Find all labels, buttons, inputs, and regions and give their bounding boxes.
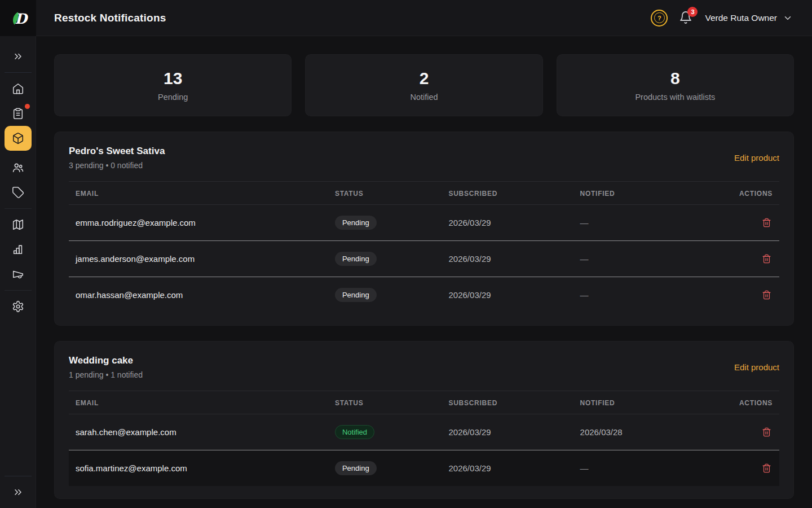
clipboard-icon [12,107,24,120]
email-cell: omar.hassan@example.com [69,277,328,313]
subscribed-cell: 2026/03/29 [442,205,573,241]
product-summary: 3 pending • 0 notified [69,161,165,170]
stat-value: 13 [164,69,182,88]
table-row: emma.rodriguez@example.com Pending 2026/… [69,205,779,241]
delete-button[interactable] [761,426,773,438]
notified-cell: — [573,205,730,241]
trash-icon [762,218,771,227]
notifications-button[interactable]: 3 [679,11,694,25]
sidebar-item-tags[interactable] [5,180,32,205]
sidebar-item-products[interactable] [5,126,32,151]
bar-chart-icon [12,243,24,256]
stat-card-waitlists: 8 Products with waitlists [557,54,794,116]
users-icon [12,161,24,174]
table-header-row: EMAIL STATUS SUBSCRIBED NOTIFIED ACTIONS [69,391,779,414]
package-icon [12,132,24,144]
waitlist-table: EMAIL STATUS SUBSCRIBED NOTIFIED ACTIONS… [69,182,779,313]
stat-label: Notified [410,93,438,102]
table-row: omar.hassan@example.com Pending 2026/03/… [69,277,779,313]
product-name: Pedro's Sweet Sativa [69,146,165,157]
sidebar-divider [5,290,32,291]
col-notified: NOTIFIED [573,182,730,205]
table-row: sarah.chen@example.com Notified 2026/03/… [69,414,779,450]
trash-icon [762,290,771,300]
waitlist-table: EMAIL STATUS SUBSCRIBED NOTIFIED ACTIONS… [69,391,779,486]
edit-product-link[interactable]: Edit product [734,362,779,372]
notified-cell: — [573,277,730,313]
sidebar-divider [5,208,32,209]
gear-icon [12,300,24,313]
product-card: Wedding cake 1 pending • 1 notified Edit… [54,341,794,499]
table-row: james.anderson@example.com Pending 2026/… [69,241,779,277]
stats-row: 13 Pending 2 Notified 8 Products with wa… [54,54,794,116]
delete-button[interactable] [761,217,773,229]
sidebar-expand-button[interactable] [5,480,32,505]
subscribed-cell: 2026/03/29 [442,414,573,450]
chevron-down-icon [783,13,793,23]
status-badge: Pending [335,461,377,475]
notification-badge: 3 [687,7,698,17]
product-summary: 1 pending • 1 notified [69,370,143,379]
edit-product-link[interactable]: Edit product [734,153,779,163]
sidebar-item-orders[interactable] [5,101,32,126]
email-cell: james.anderson@example.com [69,241,328,277]
map-icon [12,218,24,231]
sidebar-item-analytics[interactable] [5,237,32,262]
app-logo[interactable]: D [0,0,36,36]
chevrons-right-icon [12,51,24,62]
col-status: STATUS [328,391,442,414]
notified-cell: — [573,241,730,277]
leaf-d-logo-icon: D [7,7,29,29]
help-button[interactable]: ? [651,10,668,27]
email-cell: sarah.chen@example.com [69,414,328,450]
trash-icon [762,427,771,437]
subscribed-cell: 2026/03/29 [442,241,573,277]
stat-value: 8 [670,69,680,88]
stat-value: 2 [420,69,429,88]
svg-text:D: D [15,11,29,27]
tag-icon [12,186,24,199]
subscribed-cell: 2026/03/29 [442,277,573,313]
home-icon [12,82,24,95]
delete-button[interactable] [761,289,773,301]
product-card: Pedro's Sweet Sativa 3 pending • 0 notif… [54,132,794,326]
trash-icon [762,463,771,473]
col-subscribed: SUBSCRIBED [442,182,573,205]
chevrons-right-icon [12,487,24,498]
col-status: STATUS [328,182,442,205]
email-cell: sofia.martinez@example.com [69,450,328,487]
page-title: Restock Notifications [54,12,166,24]
col-subscribed: SUBSCRIBED [442,391,573,414]
main-content: 13 Pending 2 Notified 8 Products with wa… [36,36,812,508]
sidebar-item-customers[interactable] [5,155,32,180]
col-actions: ACTIONS [730,182,779,205]
status-badge: Pending [335,288,377,302]
col-email: EMAIL [69,182,328,205]
sidebar-divider [5,476,32,476]
product-name: Wedding cake [69,355,143,366]
sidebar-collapse-button[interactable] [5,44,32,69]
status-badge: Pending [335,252,377,266]
stat-card-pending: 13 Pending [54,54,292,116]
status-badge: Pending [335,216,377,230]
user-menu[interactable]: Verde Ruta Owner [705,13,793,23]
subscribed-cell: 2026/03/29 [442,450,573,487]
email-cell: emma.rodriguez@example.com [69,205,328,241]
sidebar-item-settings[interactable] [5,294,32,319]
topbar: D Restock Notifications ? 3 Verde Ruta O… [0,0,812,36]
sidebar-item-home[interactable] [5,76,32,101]
user-name: Verde Ruta Owner [705,13,777,23]
col-actions: ACTIONS [730,391,779,414]
table-row: sofia.martinez@example.com Pending 2026/… [69,450,779,487]
table-header-row: EMAIL STATUS SUBSCRIBED NOTIFIED ACTIONS [69,182,779,205]
delete-button[interactable] [761,253,773,265]
delete-button[interactable] [761,462,773,474]
sidebar-divider [5,72,32,73]
sidebar-item-menu[interactable] [5,212,32,237]
sidebar-item-marketing[interactable] [5,262,32,287]
megaphone-icon [12,268,24,281]
alert-dot [25,104,30,109]
question-mark-icon: ? [654,12,665,23]
notified-cell: 2026/03/28 [573,414,730,450]
col-email: EMAIL [69,391,328,414]
